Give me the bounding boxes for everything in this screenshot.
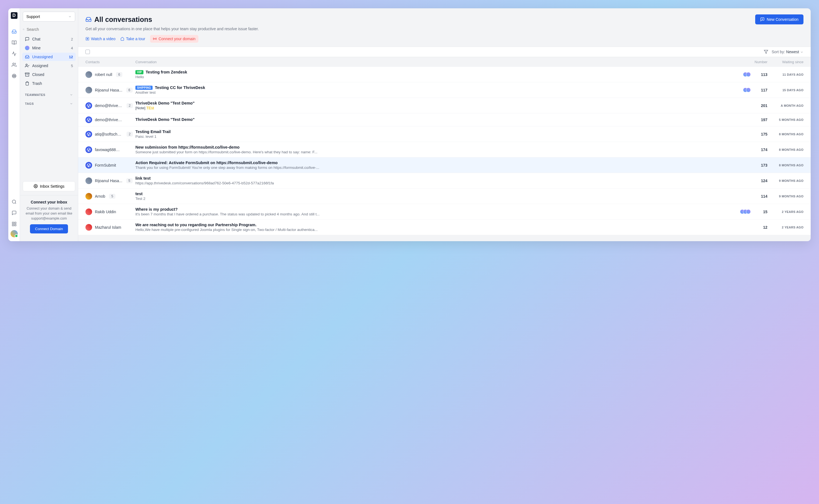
conversation-row[interactable]: FormSubmit Action Required: Activate For…	[78, 157, 811, 173]
contact-name: demo@thrived...	[95, 103, 123, 108]
conversation-row[interactable]: atiq@softscho... 2 Testing Email Trail P…	[78, 126, 811, 142]
conversation-preview: Another test	[135, 90, 737, 95]
conversation-number: 117	[751, 88, 767, 92]
contact-avatar	[85, 208, 92, 215]
col-number: Number	[751, 60, 767, 64]
svg-point-13	[35, 186, 36, 187]
folder-list: Chat2Mine4Unassigned12Assigned5ClosedTra…	[20, 34, 78, 89]
inbox-selector[interactable]: Support	[23, 12, 75, 22]
rail-docs-icon[interactable]	[9, 38, 19, 48]
assignee-avatar	[746, 72, 751, 77]
sidebar-item-unassigned[interactable]: Unassigned12	[22, 53, 76, 61]
svg-point-12	[26, 64, 27, 65]
conversation-subject: Testing CC for ThriveDesk	[155, 85, 205, 90]
conversation-row[interactable]: Mazharul Islam We are reaching out to yo…	[78, 220, 811, 235]
connect-description: Connect your domain & send email from yo…	[23, 206, 75, 221]
connect-domain-button[interactable]: Connect Domain	[30, 224, 68, 233]
page-title: All conversations	[94, 16, 152, 24]
conversation-row[interactable]: robert null 6 VIPTesting from Zendesk He…	[78, 67, 811, 82]
conversation-subject: test	[135, 192, 142, 196]
search-row[interactable]	[20, 24, 78, 34]
conversation-subject: Testing Email Trail	[135, 129, 170, 134]
play-icon	[85, 37, 89, 41]
take-tour-link[interactable]: Take a tour	[120, 37, 145, 41]
connect-domain-link[interactable]: Connect your domain	[150, 35, 198, 43]
folder-label: Trash	[32, 81, 42, 86]
inbox-settings-button[interactable]: Inbox Settings	[23, 181, 75, 191]
conversation-row[interactable]: Rijoanul Hasa... 6 SHIPPINGTesting CC fo…	[78, 82, 811, 98]
assigned-icon	[25, 63, 29, 68]
broadcast-icon	[153, 37, 157, 41]
contact-name: FormSubmit	[95, 163, 116, 167]
col-contacts: Contacts	[85, 60, 135, 64]
chevron-down-icon	[800, 50, 803, 54]
waiting-since: 8 MONTHS AGO	[767, 148, 803, 151]
sidebar-item-chat[interactable]: Chat2	[22, 35, 76, 43]
conversation-row[interactable]: demo@thrivedesk.... ThriveDesk Demo "Tes…	[78, 113, 811, 126]
thread-count: 5	[109, 194, 115, 199]
conversation-preview: Paisi. level 1	[135, 134, 737, 139]
sidebar-item-trash[interactable]: Trash	[22, 79, 76, 88]
sidebar-item-mine[interactable]: Mine4	[22, 44, 76, 52]
contact-avatar	[85, 162, 92, 169]
sidebar-item-closed[interactable]: Closed	[22, 70, 76, 79]
folder-count: 12	[69, 55, 73, 59]
contact-avatar	[85, 224, 92, 231]
conversation-row[interactable]: demo@thrived... 2 ThriveDesk Demo "Test …	[78, 98, 811, 113]
conversation-number: 173	[751, 163, 767, 167]
rail-grid-icon[interactable]	[9, 219, 19, 229]
conversation-row[interactable]: Arnob 5 test Test 2 114 9 MONTHS AGO	[78, 189, 811, 204]
conversation-number: 124	[751, 179, 767, 183]
inbox-selector-label: Support	[26, 14, 40, 19]
contact-name: demo@thrivedesk....	[95, 118, 123, 122]
unassigned-icon	[25, 55, 29, 59]
new-chat-icon	[760, 17, 765, 22]
tag-badge: VIP	[135, 70, 143, 74]
thread-count: 2	[126, 132, 133, 137]
conversation-preview: It's been 7 months that I have ordered a…	[135, 212, 737, 216]
folder-label: Mine	[32, 46, 40, 50]
contact-name: Rijoanul Hasa...	[95, 88, 122, 92]
sidebar-item-assigned[interactable]: Assigned5	[22, 62, 76, 70]
contact-avatar	[85, 116, 92, 123]
list-toolbar: Sort by: Newest	[78, 47, 811, 57]
contact-avatar	[85, 102, 92, 109]
rail-search-icon[interactable]	[9, 197, 19, 207]
sort-selector[interactable]: Sort by: Newest	[772, 50, 803, 54]
conversation-number: 12	[751, 225, 767, 230]
conversation-number: 114	[751, 194, 767, 198]
svg-point-4	[12, 200, 16, 203]
waiting-since: 9 MONTHS AGO	[767, 195, 803, 198]
app-shell: D Support	[8, 8, 811, 241]
conversation-row[interactable]: Rijoanul Hasa... 5 link test https://app…	[78, 173, 811, 189]
watch-video-link[interactable]: Watch a video	[85, 37, 115, 41]
search-input[interactable]	[27, 27, 75, 32]
rail-apps-icon[interactable]	[9, 71, 19, 81]
conversation-row[interactable]: Rakib Uddin Where is my product? It's be…	[78, 204, 811, 220]
conversation-row[interactable]: favowag688@kah... New submission from ht…	[78, 142, 811, 157]
conversation-subject: link test	[135, 176, 151, 180]
conversation-preview: Test 2	[135, 197, 737, 201]
svg-rect-9	[12, 225, 14, 226]
contact-name: favowag688@kah...	[95, 147, 123, 152]
filter-icon[interactable]	[764, 50, 768, 54]
icon-rail: D	[8, 8, 20, 241]
svg-point-2	[12, 74, 16, 78]
rail-user-avatar[interactable]	[11, 230, 18, 237]
section-tags[interactable]: TAGS	[20, 98, 78, 107]
rail-chat-icon[interactable]	[9, 208, 19, 218]
section-teammates[interactable]: TEAMMATES	[20, 89, 78, 98]
rail-activity-icon[interactable]	[9, 49, 19, 59]
svg-rect-7	[14, 222, 16, 223]
select-all-checkbox[interactable]	[85, 50, 90, 54]
rail-contacts-icon[interactable]	[9, 60, 19, 70]
rail-inbox-icon[interactable]	[9, 27, 19, 37]
new-conversation-button[interactable]: New Conversation	[755, 14, 803, 24]
waiting-since: 8 MONTHS AGO	[767, 164, 803, 167]
logo[interactable]: D	[11, 12, 17, 19]
chevron-down-icon	[70, 93, 73, 96]
svg-line-5	[15, 203, 16, 203]
assignee-avatar	[746, 88, 751, 92]
folder-label: Closed	[32, 72, 44, 77]
waiting-since: A MONTH AGO	[767, 104, 803, 107]
